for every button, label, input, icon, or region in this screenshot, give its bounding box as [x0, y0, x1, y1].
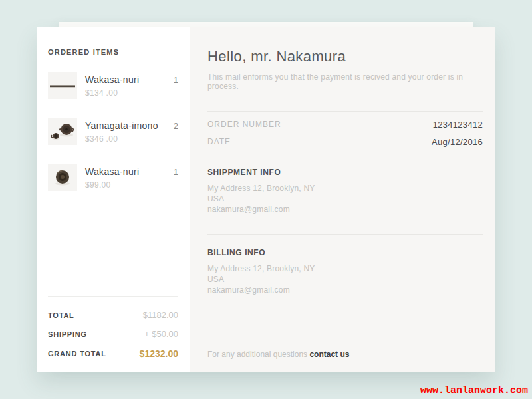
order-number-row: ORDER NUMBER 1234123412 — [207, 116, 483, 133]
item-price: $346 .00 — [85, 134, 158, 144]
list-item: Wakasa-nuri $99.00 1 — [48, 164, 178, 191]
teapot-icon — [48, 118, 77, 145]
grand-total-row: GRAND TOTAL $1232.00 — [48, 344, 178, 363]
list-item: Wakasa-nuri $134 .00 1 — [48, 72, 178, 99]
order-date-value: Aug/12/2016 — [432, 137, 483, 147]
list-item: Yamagata-imono $346 .00 2 — [48, 118, 178, 145]
item-quantity: 1 — [174, 164, 178, 177]
total-label: TOTAL — [48, 311, 74, 319]
item-name: Yamagata-imono — [85, 120, 158, 131]
order-date-row: DATE Aug/12/2016 — [207, 133, 483, 150]
address-line: My Address 12, Brooklyn, NY — [207, 263, 483, 274]
shipment-address: My Address 12, Brooklyn, NY USA nakamura… — [207, 183, 483, 215]
contact-us-link[interactable]: contact us — [309, 350, 349, 359]
billing-info-title: BILLING INFO — [207, 248, 483, 257]
order-details-panel: Hello, mr. Nakamura This mail enforms yo… — [190, 27, 495, 372]
item-price: $99.00 — [85, 180, 139, 190]
footer-text: For any additional questions — [207, 350, 307, 359]
item-quantity: 2 — [174, 118, 178, 131]
item-quantity: 1 — [174, 72, 178, 85]
ordered-items-heading: ORDERED ITEMS — [48, 48, 178, 56]
item-text: Yamagata-imono $346 .00 — [85, 118, 158, 144]
grand-total-label: GRAND TOTAL — [48, 350, 106, 358]
ordered-items-sidebar: ORDERED ITEMS Wakasa-nuri $134 .00 1 — [37, 27, 190, 372]
billing-info-section: BILLING INFO My Address 12, Brooklyn, NY… — [207, 235, 483, 295]
chopsticks-icon — [48, 72, 77, 99]
footer-note: For any additional questions contact us — [207, 350, 483, 372]
order-number-value: 1234123412 — [433, 120, 483, 130]
order-confirmation-card: ORDERED ITEMS Wakasa-nuri $134 .00 1 — [37, 27, 495, 372]
items-list: Wakasa-nuri $134 .00 1 — [48, 72, 178, 210]
address-line: My Address 12, Brooklyn, NY — [207, 183, 483, 194]
total-value: $1182.00 — [143, 310, 178, 320]
address-line: USA — [207, 274, 483, 285]
item-name: Wakasa-nuri — [85, 166, 139, 177]
billing-address: My Address 12, Brooklyn, NY USA nakamura… — [207, 263, 483, 295]
order-meta: ORDER NUMBER 1234123412 DATE Aug/12/2016 — [207, 112, 483, 154]
watermark-url: www.lanlanwork.com — [420, 385, 528, 396]
total-row: TOTAL $1182.00 — [48, 305, 178, 325]
order-date-label: DATE — [207, 137, 231, 146]
shipping-label: SHIPPING — [48, 331, 87, 338]
item-name: Wakasa-nuri — [85, 74, 139, 85]
shipment-info-section: SHIPPMENT INFO My Address 12, Brooklyn, … — [207, 154, 483, 235]
item-text: Wakasa-nuri $99.00 — [85, 164, 139, 190]
order-totals: TOTAL $1182.00 SHIPPING + $50.00 GRAND T… — [48, 296, 178, 372]
order-number-label: ORDER NUMBER — [207, 120, 281, 129]
item-price: $134 .00 — [85, 88, 139, 98]
item-text: Wakasa-nuri $134 .00 — [85, 72, 139, 98]
shipping-row: SHIPPING + $50.00 — [48, 325, 178, 344]
address-line: nakamura@gmail.com — [207, 285, 483, 295]
shipping-value: + $50.00 — [144, 329, 178, 339]
address-line: nakamura@gmail.com — [207, 204, 483, 215]
grand-total-value: $1232.00 — [140, 348, 178, 359]
address-line: USA — [207, 194, 483, 204]
shipment-info-title: SHIPPMENT INFO — [207, 168, 483, 177]
page-title: Hello, mr. Nakamura — [207, 48, 483, 65]
confirmation-message: This mail enforms you that the payment i… — [207, 72, 483, 91]
bowl-icon — [48, 164, 77, 191]
